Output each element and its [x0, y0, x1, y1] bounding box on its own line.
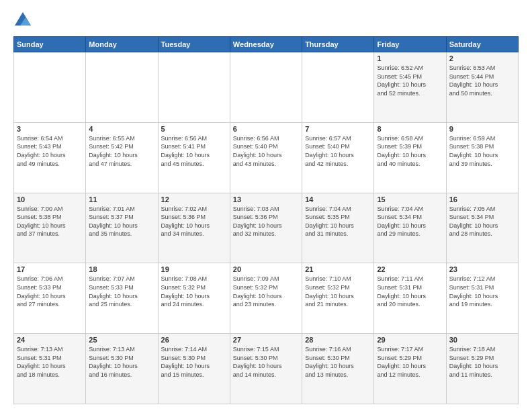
weekday-header: Tuesday: [158, 37, 230, 52]
calendar-day-cell: 25Sunrise: 7:13 AM Sunset: 5:30 PM Dayli…: [86, 334, 158, 404]
day-number: 20: [233, 265, 299, 273]
day-number: 25: [89, 336, 154, 344]
calendar-day-cell: [230, 52, 302, 123]
day-number: 2: [449, 54, 515, 62]
day-number: 16: [449, 195, 515, 203]
day-info: Sunrise: 7:18 AM Sunset: 5:29 PM Dayligh…: [449, 345, 515, 379]
day-number: 9: [449, 125, 515, 133]
day-info: Sunrise: 6:56 AM Sunset: 5:41 PM Dayligh…: [161, 134, 227, 168]
calendar-day-cell: 19Sunrise: 7:08 AM Sunset: 5:32 PM Dayli…: [158, 263, 230, 334]
day-info: Sunrise: 7:07 AM Sunset: 5:33 PM Dayligh…: [89, 275, 154, 308]
day-info: Sunrise: 7:16 AM Sunset: 5:30 PM Dayligh…: [305, 345, 371, 379]
calendar-day-cell: 1Sunrise: 6:52 AM Sunset: 5:45 PM Daylig…: [374, 52, 446, 123]
day-info: Sunrise: 7:09 AM Sunset: 5:32 PM Dayligh…: [233, 275, 299, 308]
day-info: Sunrise: 7:04 AM Sunset: 5:34 PM Dayligh…: [377, 205, 443, 238]
day-number: 28: [305, 336, 371, 344]
calendar-week-row: 17Sunrise: 7:06 AM Sunset: 5:33 PM Dayli…: [14, 263, 519, 334]
day-info: Sunrise: 7:17 AM Sunset: 5:29 PM Dayligh…: [377, 345, 443, 379]
day-number: 3: [17, 125, 83, 133]
calendar-day-cell: 20Sunrise: 7:09 AM Sunset: 5:32 PM Dayli…: [230, 263, 302, 334]
weekday-header: Sunday: [14, 37, 86, 52]
calendar-day-cell: 28Sunrise: 7:16 AM Sunset: 5:30 PM Dayli…: [302, 334, 374, 404]
calendar-day-cell: 2Sunrise: 6:53 AM Sunset: 5:44 PM Daylig…: [446, 52, 518, 123]
logo: [13, 11, 35, 30]
weekday-row: SundayMondayTuesdayWednesdayThursdayFrid…: [14, 37, 519, 52]
day-number: 27: [233, 336, 299, 344]
calendar-body: 1Sunrise: 6:52 AM Sunset: 5:45 PM Daylig…: [14, 52, 519, 404]
day-info: Sunrise: 7:13 AM Sunset: 5:30 PM Dayligh…: [89, 345, 154, 379]
calendar-day-cell: [158, 52, 230, 123]
calendar-week-row: 1Sunrise: 6:52 AM Sunset: 5:45 PM Daylig…: [14, 52, 519, 123]
calendar-table: SundayMondayTuesdayWednesdayThursdayFrid…: [13, 36, 519, 404]
day-info: Sunrise: 7:12 AM Sunset: 5:31 PM Dayligh…: [449, 275, 515, 308]
calendar-day-cell: 29Sunrise: 7:17 AM Sunset: 5:29 PM Dayli…: [374, 334, 446, 404]
day-info: Sunrise: 7:10 AM Sunset: 5:32 PM Dayligh…: [305, 275, 371, 308]
day-number: 26: [161, 336, 227, 344]
day-number: 10: [17, 195, 83, 203]
day-info: Sunrise: 7:04 AM Sunset: 5:35 PM Dayligh…: [305, 205, 371, 238]
calendar-day-cell: 30Sunrise: 7:18 AM Sunset: 5:29 PM Dayli…: [446, 334, 518, 404]
day-number: 22: [377, 265, 443, 273]
day-info: Sunrise: 6:54 AM Sunset: 5:43 PM Dayligh…: [17, 134, 83, 168]
calendar-page: SundayMondayTuesdayWednesdayThursdayFrid…: [0, 0, 532, 411]
day-number: 30: [449, 336, 515, 344]
calendar-day-cell: 10Sunrise: 7:00 AM Sunset: 5:38 PM Dayli…: [14, 193, 86, 263]
calendar-day-cell: 9Sunrise: 6:59 AM Sunset: 5:38 PM Daylig…: [446, 122, 518, 193]
logo-icon: [13, 11, 32, 30]
day-info: Sunrise: 7:01 AM Sunset: 5:37 PM Dayligh…: [89, 205, 154, 238]
weekday-header: Monday: [86, 37, 158, 52]
calendar-day-cell: 14Sunrise: 7:04 AM Sunset: 5:35 PM Dayli…: [302, 193, 374, 263]
day-number: 1: [377, 54, 443, 62]
day-number: 15: [377, 195, 443, 203]
calendar-day-cell: [86, 52, 158, 123]
calendar-day-cell: 18Sunrise: 7:07 AM Sunset: 5:33 PM Dayli…: [86, 263, 158, 334]
calendar-day-cell: 4Sunrise: 6:55 AM Sunset: 5:42 PM Daylig…: [86, 122, 158, 193]
calendar-day-cell: 24Sunrise: 7:13 AM Sunset: 5:31 PM Dayli…: [14, 334, 86, 404]
day-number: 12: [161, 195, 227, 203]
calendar-day-cell: 7Sunrise: 6:57 AM Sunset: 5:40 PM Daylig…: [302, 122, 374, 193]
weekday-header: Thursday: [302, 37, 374, 52]
day-info: Sunrise: 6:55 AM Sunset: 5:42 PM Dayligh…: [89, 134, 154, 168]
calendar-day-cell: 11Sunrise: 7:01 AM Sunset: 5:37 PM Dayli…: [86, 193, 158, 263]
calendar-day-cell: 23Sunrise: 7:12 AM Sunset: 5:31 PM Dayli…: [446, 263, 518, 334]
calendar-header: SundayMondayTuesdayWednesdayThursdayFrid…: [14, 37, 519, 52]
day-number: 23: [449, 265, 515, 273]
day-info: Sunrise: 7:14 AM Sunset: 5:30 PM Dayligh…: [161, 345, 227, 379]
day-number: 24: [17, 336, 83, 344]
day-number: 11: [89, 195, 154, 203]
header: [13, 11, 519, 30]
day-number: 8: [377, 125, 443, 133]
calendar-day-cell: 21Sunrise: 7:10 AM Sunset: 5:32 PM Dayli…: [302, 263, 374, 334]
calendar-day-cell: 12Sunrise: 7:02 AM Sunset: 5:36 PM Dayli…: [158, 193, 230, 263]
calendar-day-cell: 3Sunrise: 6:54 AM Sunset: 5:43 PM Daylig…: [14, 122, 86, 193]
weekday-header: Saturday: [446, 37, 518, 52]
day-info: Sunrise: 7:03 AM Sunset: 5:36 PM Dayligh…: [233, 205, 299, 238]
calendar-day-cell: 17Sunrise: 7:06 AM Sunset: 5:33 PM Dayli…: [14, 263, 86, 334]
day-info: Sunrise: 7:06 AM Sunset: 5:33 PM Dayligh…: [17, 275, 83, 308]
day-number: 5: [161, 125, 227, 133]
day-info: Sunrise: 7:08 AM Sunset: 5:32 PM Dayligh…: [161, 275, 227, 308]
calendar-day-cell: [302, 52, 374, 123]
calendar-day-cell: 6Sunrise: 6:56 AM Sunset: 5:40 PM Daylig…: [230, 122, 302, 193]
day-number: 21: [305, 265, 371, 273]
day-info: Sunrise: 6:59 AM Sunset: 5:38 PM Dayligh…: [449, 134, 515, 168]
day-info: Sunrise: 6:53 AM Sunset: 5:44 PM Dayligh…: [449, 64, 515, 97]
day-number: 6: [233, 125, 299, 133]
calendar-day-cell: 8Sunrise: 6:58 AM Sunset: 5:39 PM Daylig…: [374, 122, 446, 193]
day-info: Sunrise: 6:56 AM Sunset: 5:40 PM Dayligh…: [233, 134, 299, 168]
day-number: 29: [377, 336, 443, 344]
day-info: Sunrise: 7:02 AM Sunset: 5:36 PM Dayligh…: [161, 205, 227, 238]
weekday-header: Friday: [374, 37, 446, 52]
day-number: 18: [89, 265, 154, 273]
day-number: 14: [305, 195, 371, 203]
day-number: 4: [89, 125, 154, 133]
calendar-day-cell: 15Sunrise: 7:04 AM Sunset: 5:34 PM Dayli…: [374, 193, 446, 263]
weekday-header: Wednesday: [230, 37, 302, 52]
day-number: 19: [161, 265, 227, 273]
day-number: 7: [305, 125, 371, 133]
calendar-day-cell: 16Sunrise: 7:05 AM Sunset: 5:34 PM Dayli…: [446, 193, 518, 263]
day-info: Sunrise: 7:05 AM Sunset: 5:34 PM Dayligh…: [449, 205, 515, 238]
day-info: Sunrise: 6:58 AM Sunset: 5:39 PM Dayligh…: [377, 134, 443, 168]
day-info: Sunrise: 7:15 AM Sunset: 5:30 PM Dayligh…: [233, 345, 299, 379]
calendar-day-cell: [14, 52, 86, 123]
